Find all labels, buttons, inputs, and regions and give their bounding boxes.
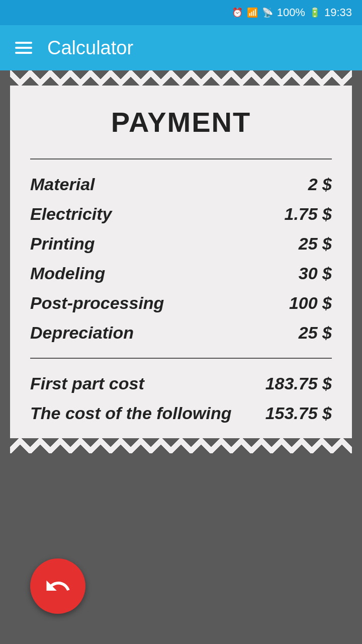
app-bar: Calculator (0, 25, 362, 70)
signal-icon: 📡 (262, 7, 273, 18)
item-label-printing: Printing (30, 234, 95, 254)
list-item: Modeling 30 $ (30, 259, 332, 288)
list-item: Depreciation 25 $ (30, 318, 332, 348)
app-title: Calculator (47, 37, 133, 59)
item-value-printing: 25 $ (299, 234, 332, 254)
list-item: The cost of the following 153.75 $ (30, 398, 332, 428)
line-items-list: Material 2 $ Electricity 1.75 $ Printing… (30, 165, 332, 353)
receipt-body: PAYMENT Material 2 $ Electricity 1.75 $ … (10, 86, 352, 438)
summary-label-first-part: First part cost (30, 374, 144, 393)
receipt-wrapper: PAYMENT Material 2 $ Electricity 1.75 $ … (10, 70, 352, 453)
summary-section: First part cost 183.75 $ The cost of the… (30, 364, 332, 428)
status-bar-right: ⏰ 📶 📡 100% 🔋 19:33 (232, 6, 352, 19)
item-label-depreciation: Depreciation (30, 323, 134, 343)
item-value-material: 2 $ (308, 175, 332, 194)
item-label-postprocessing: Post-processing (30, 293, 164, 313)
status-bar: ⏰ 📶 📡 100% 🔋 19:33 (0, 0, 362, 25)
receipt-title: PAYMENT (30, 96, 332, 153)
undo-icon (44, 573, 71, 600)
item-label-modeling: Modeling (30, 264, 105, 283)
item-value-electricity: 1.75 $ (284, 204, 332, 224)
item-value-postprocessing: 100 $ (289, 293, 332, 313)
item-value-depreciation: 25 $ (299, 323, 332, 343)
list-item: Printing 25 $ (30, 229, 332, 259)
item-label-material: Material (30, 175, 95, 194)
time-display: 19:33 (324, 6, 352, 19)
item-label-electricity: Electricity (30, 204, 112, 224)
receipt-bottom-edge (10, 438, 352, 453)
list-item: Post-processing 100 $ (30, 288, 332, 318)
list-item: Electricity 1.75 $ (30, 199, 332, 229)
top-divider (30, 158, 332, 159)
battery-icon: 🔋 (309, 7, 320, 18)
item-value-modeling: 30 $ (299, 264, 332, 283)
summary-value-following: 153.75 $ (265, 404, 332, 423)
battery-percent: 100% (277, 6, 305, 19)
wifi-icon: 📶 (247, 7, 258, 18)
list-item: First part cost 183.75 $ (30, 369, 332, 398)
bottom-divider (30, 358, 332, 359)
summary-label-following: The cost of the following (30, 404, 231, 423)
list-item: Material 2 $ (30, 170, 332, 199)
undo-fab-button[interactable] (30, 558, 85, 614)
alarm-icon: ⏰ (232, 7, 243, 18)
summary-value-first-part: 183.75 $ (265, 374, 332, 393)
menu-button[interactable] (15, 42, 32, 54)
receipt-top-edge (10, 70, 352, 86)
